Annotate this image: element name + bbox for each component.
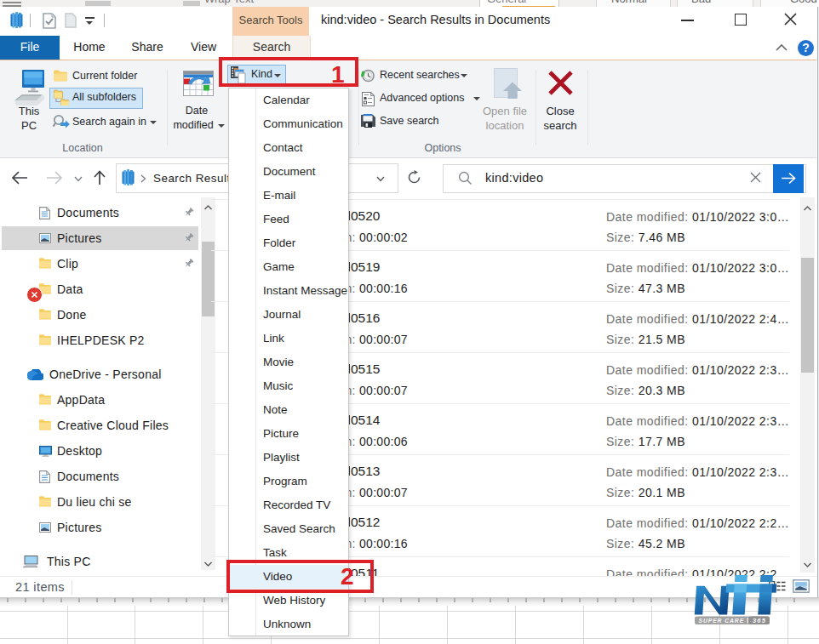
svg-text:SUPER CARE: SUPER CARE bbox=[699, 618, 745, 624]
svg-text:365: 365 bbox=[753, 617, 766, 624]
